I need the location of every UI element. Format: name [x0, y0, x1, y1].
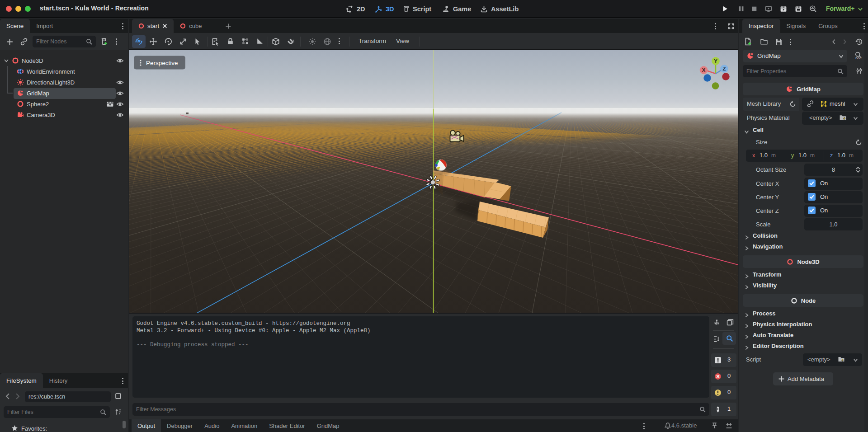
- svg-text:Y: Y: [714, 58, 717, 64]
- svg-text:Perspective: Perspective: [146, 60, 178, 66]
- svg-text:DOC: DOC: [855, 56, 862, 60]
- svg-text:X: X: [702, 67, 706, 73]
- svg-text:Z: Z: [722, 66, 726, 71]
